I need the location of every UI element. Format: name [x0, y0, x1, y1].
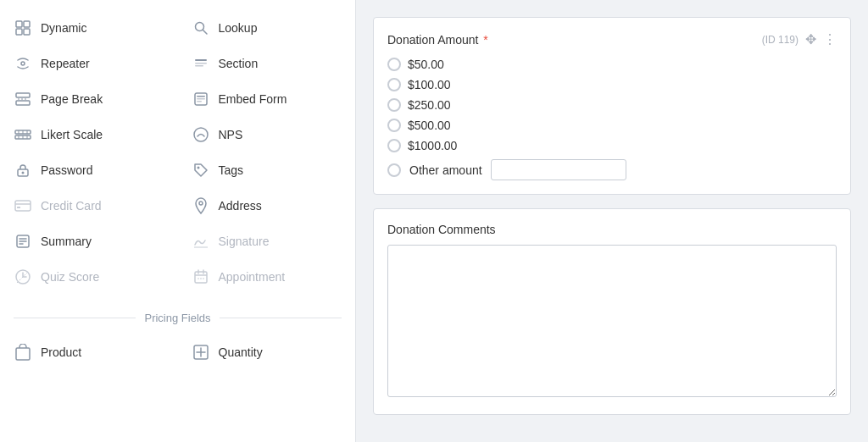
- field-label-credit-card: Credit Card: [41, 199, 102, 213]
- field-label-summary: Summary: [41, 235, 92, 248]
- tags-icon: [192, 161, 210, 180]
- field-item-product[interactable]: Product: [0, 334, 178, 370]
- pricing-fields-label: Pricing Fields: [144, 312, 210, 324]
- field-item-summary[interactable]: Summary: [0, 224, 178, 259]
- donation-widget-header: Donation Amount * (ID 119) ✥ ⋮: [387, 31, 837, 47]
- field-label-section: Section: [219, 57, 259, 70]
- field-item-embed-form[interactable]: Embed Form: [178, 81, 356, 117]
- radio-circle-other[interactable]: [387, 163, 401, 177]
- nps-icon: [192, 125, 210, 144]
- quiz-score-icon: [14, 268, 32, 286]
- field-item-address[interactable]: Address: [178, 188, 356, 224]
- radio-option-250: $250.00: [387, 98, 837, 112]
- donation-amount-widget: Donation Amount * (ID 119) ✥ ⋮ $50.00 $1…: [373, 17, 851, 195]
- address-icon: [192, 196, 210, 215]
- widget-id-badge: (ID 119): [762, 34, 798, 46]
- radio-option-500: $500.00: [387, 119, 837, 132]
- product-icon: [14, 343, 32, 362]
- radio-circle-100[interactable]: [387, 78, 401, 91]
- svg-point-27: [22, 172, 25, 174]
- svg-rect-31: [17, 207, 20, 208]
- required-asterisk: *: [480, 33, 487, 47]
- field-item-quiz-score: Quiz Score: [0, 259, 178, 295]
- appointment-icon: [192, 268, 210, 286]
- field-item-credit-card: Credit Card: [0, 188, 178, 224]
- field-item-appointment: Appointment: [178, 259, 356, 295]
- field-item-password[interactable]: Password: [0, 152, 178, 188]
- widget-meta: (ID 119) ✥ ⋮: [762, 31, 837, 47]
- radio-label-100: $100.00: [408, 78, 451, 91]
- radio-label-500: $500.00: [408, 119, 451, 132]
- svg-rect-10: [16, 93, 30, 97]
- field-label-tags: Tags: [219, 163, 244, 177]
- section-icon: [192, 54, 210, 73]
- other-amount-row: Other amount: [387, 159, 837, 180]
- field-picker-panel: Dynamic Lookup Repeater: [0, 0, 356, 442]
- field-label-quantity: Quantity: [219, 345, 263, 359]
- radio-option-50: $50.00: [387, 58, 837, 71]
- field-item-lookup[interactable]: Lookup: [178, 10, 356, 46]
- field-label-nps: NPS: [219, 128, 243, 141]
- more-options-icon[interactable]: ⋮: [823, 31, 837, 47]
- radio-circle-50[interactable]: [387, 58, 401, 71]
- svg-rect-0: [16, 21, 22, 27]
- field-item-section[interactable]: Section: [178, 46, 356, 81]
- svg-rect-45: [16, 348, 30, 360]
- field-item-nps[interactable]: NPS: [178, 117, 356, 152]
- field-item-tags[interactable]: Tags: [178, 152, 356, 188]
- signature-icon: [192, 232, 210, 251]
- field-item-dynamic[interactable]: Dynamic: [0, 10, 178, 46]
- other-amount-label: Other amount: [409, 163, 482, 177]
- field-label-address: Address: [219, 199, 262, 213]
- svg-rect-8: [195, 63, 207, 64]
- svg-rect-7: [195, 59, 207, 61]
- likert-scale-icon: [14, 125, 32, 144]
- dynamic-icon: [14, 19, 32, 37]
- radio-label-50: $50.00: [408, 58, 444, 71]
- field-item-quantity[interactable]: Quantity: [178, 334, 356, 370]
- svg-rect-29: [15, 201, 31, 211]
- svg-point-6: [21, 62, 25, 65]
- comments-label: Donation Comments: [387, 223, 837, 236]
- drag-icon[interactable]: ✥: [805, 31, 816, 47]
- donation-comments-widget: Donation Comments: [373, 208, 851, 415]
- radio-option-100: $100.00: [387, 78, 837, 91]
- svg-rect-9: [195, 65, 203, 67]
- field-label-repeater: Repeater: [41, 57, 90, 70]
- svg-rect-3: [24, 29, 30, 35]
- page-break-icon: [14, 90, 32, 108]
- field-label-page-break: Page Break: [41, 92, 103, 106]
- credit-card-icon: [14, 196, 32, 215]
- quantity-icon: [192, 343, 210, 362]
- svg-rect-15: [197, 98, 205, 100]
- radio-circle-500[interactable]: [387, 119, 401, 132]
- embed-form-icon: [192, 90, 210, 108]
- svg-rect-16: [197, 101, 202, 102]
- radio-label-1000: $1000.00: [408, 139, 457, 152]
- divider-line-right: [220, 318, 342, 318]
- field-label-dynamic: Dynamic: [41, 21, 86, 35]
- svg-rect-40: [195, 272, 207, 283]
- comments-textarea[interactable]: [387, 245, 837, 397]
- field-grid: Dynamic Lookup Repeater: [0, 7, 355, 298]
- field-label-likert-scale: Likert Scale: [41, 128, 103, 141]
- field-label-embed-form: Embed Form: [219, 92, 287, 106]
- field-label-password: Password: [41, 163, 92, 177]
- password-icon: [14, 161, 32, 180]
- svg-rect-14: [197, 96, 205, 97]
- field-item-page-break[interactable]: Page Break: [0, 81, 178, 117]
- svg-line-5: [203, 30, 207, 35]
- field-item-repeater[interactable]: Repeater: [0, 46, 178, 81]
- donation-widget-title: Donation Amount *: [387, 33, 488, 47]
- radio-circle-250[interactable]: [387, 98, 401, 112]
- field-label-quiz-score: Quiz Score: [41, 270, 99, 284]
- field-item-likert-scale[interactable]: Likert Scale: [0, 117, 178, 152]
- radio-circle-1000[interactable]: [387, 139, 401, 152]
- field-label-product: Product: [41, 345, 81, 359]
- svg-rect-11: [16, 101, 30, 105]
- radio-option-1000: $1000.00: [387, 139, 837, 152]
- field-item-signature: Signature: [178, 224, 356, 259]
- svg-rect-2: [16, 29, 22, 35]
- form-preview-panel: Donation Amount * (ID 119) ✥ ⋮ $50.00 $1…: [356, 0, 868, 442]
- other-amount-input[interactable]: [491, 159, 626, 180]
